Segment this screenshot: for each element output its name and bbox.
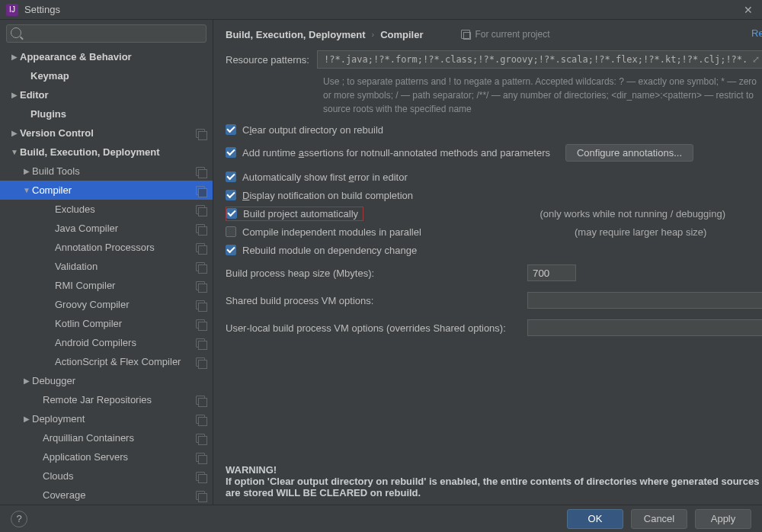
close-icon[interactable]: ✕ [741, 4, 756, 16]
tree-item[interactable]: Annotation Processors [0, 238, 213, 257]
tree-item-label: Arquillian Containers [43, 432, 191, 444]
per-project-icon [196, 415, 205, 424]
tree-item-label: Kotlin Compiler [55, 318, 191, 329]
display-notification-label[interactable]: Display notification on build completion [242, 190, 413, 201]
chevron-down-icon[interactable]: ▼ [21, 186, 32, 194]
tree-item[interactable]: RMI Compiler [0, 276, 213, 295]
warning-heading: WARNING! [226, 464, 762, 476]
search-icon [11, 27, 21, 38]
expand-icon[interactable]: ⤢ [750, 53, 762, 66]
tree-item[interactable]: ▶Version Control [0, 123, 213, 143]
settings-sidebar: ▶Appearance & BehaviorKeymap▶EditorPlugi… [0, 20, 213, 505]
resource-patterns-input[interactable] [317, 50, 762, 69]
ok-button[interactable]: OK [567, 509, 623, 529]
per-project-icon [196, 357, 205, 367]
tree-item[interactable]: Validation [0, 257, 213, 276]
build-automatically-highlight: Build project automatically [226, 207, 363, 221]
title-bar: IJ Settings ✕ [0, 0, 762, 20]
tree-item-label: Appearance & Behavior [20, 51, 205, 62]
tree-item[interactable]: Coverage [0, 486, 213, 505]
tree-item[interactable]: ▶Appearance & Behavior [0, 47, 213, 66]
settings-main: Build, Execution, Deployment › Compiler … [213, 20, 762, 505]
chevron-right-icon: › [371, 30, 374, 39]
resource-patterns-help: Use ; to separate patterns and ! to nega… [323, 75, 762, 116]
tree-item[interactable]: Android Compilers [0, 333, 213, 352]
per-project-icon [196, 319, 205, 328]
shared-vm-options-input[interactable] [527, 292, 762, 309]
heap-size-input[interactable] [527, 264, 576, 281]
tree-item[interactable]: ▶Deployment [0, 409, 213, 428]
search-input[interactable] [6, 24, 207, 43]
runtime-assertions-checkbox[interactable] [226, 147, 236, 158]
chevron-right-icon[interactable]: ▶ [21, 167, 32, 175]
tree-item-label: Excludes [55, 204, 191, 215]
tree-item[interactable]: Groovy Compiler [0, 295, 213, 314]
tree-item[interactable]: ActionScript & Flex Compiler [0, 352, 213, 371]
tree-item[interactable]: Keymap [0, 66, 213, 85]
per-project-icon [196, 205, 205, 214]
chevron-right-icon[interactable]: ▶ [9, 53, 20, 61]
tree-item-label: Android Compilers [55, 337, 191, 348]
warning-panel: WARNING! If option 'Clear output directo… [226, 457, 762, 498]
per-project-icon [196, 472, 205, 481]
rebuild-on-dependency-checkbox[interactable] [226, 245, 236, 255]
tree-item-label: ActionScript & Flex Compiler [55, 356, 191, 367]
tree-item[interactable]: Remote Jar Repositories [0, 390, 213, 409]
build-automatically-checkbox[interactable] [226, 208, 237, 219]
tree-item-label: Plugins [30, 108, 205, 120]
tree-item[interactable]: ▶Debugger [0, 371, 213, 390]
chevron-right-icon[interactable]: ▶ [21, 377, 32, 385]
tree-item[interactable]: Application Servers [0, 447, 213, 466]
compile-parallel-label[interactable]: Compile independent modules in parallel [242, 226, 421, 238]
show-first-error-checkbox[interactable] [226, 171, 236, 182]
per-project-icon [196, 453, 205, 462]
tree-item[interactable]: ▶Build Tools [0, 162, 213, 181]
per-project-icon [196, 338, 205, 348]
settings-tree[interactable]: ▶Appearance & BehaviorKeymap▶EditorPlugi… [0, 47, 213, 505]
per-project-icon [196, 186, 205, 195]
tree-item[interactable]: Kotlin Compiler [0, 314, 213, 333]
configure-annotations-button[interactable]: Configure annotations... [565, 144, 693, 162]
tree-item-label: Keymap [30, 70, 205, 82]
dialog-footer: ? OK Cancel Apply [0, 505, 762, 532]
tree-item[interactable]: Arquillian Containers [0, 428, 213, 447]
compile-parallel-note: (may require larger heap size) [575, 226, 762, 238]
apply-button[interactable]: Apply [695, 509, 751, 529]
display-notification-checkbox[interactable] [226, 190, 236, 200]
tree-item[interactable]: ▶Editor [0, 85, 213, 104]
chevron-right-icon[interactable]: ▶ [9, 129, 20, 137]
clear-output-label[interactable]: Clear output directory on rebuild [242, 124, 383, 136]
tree-item[interactable]: Java Compiler [0, 219, 213, 238]
tree-item-label: Clouds [43, 470, 191, 482]
tree-item[interactable]: Excludes [0, 200, 213, 219]
per-project-icon [196, 396, 205, 405]
tree-item-label: Validation [55, 261, 191, 272]
reset-link[interactable]: Reset [751, 27, 762, 39]
tree-item-label: Debugger [32, 375, 205, 386]
help-button[interactable]: ? [11, 511, 27, 527]
per-project-icon [196, 224, 205, 233]
runtime-assertions-label[interactable]: Add runtime assertions for notnull-annot… [242, 147, 550, 159]
breadcrumb-current: Compiler [380, 29, 423, 40]
tree-item[interactable]: Plugins [0, 104, 213, 123]
compile-parallel-checkbox[interactable] [226, 226, 236, 237]
tree-item-label: Remote Jar Repositories [43, 394, 191, 405]
cancel-button[interactable]: Cancel [631, 509, 687, 529]
chevron-down-icon[interactable]: ▼ [9, 148, 20, 156]
tree-item-label: Editor [20, 89, 205, 101]
tree-item[interactable]: ▼Compiler [0, 181, 213, 200]
local-vm-options-input[interactable] [527, 319, 762, 336]
app-icon: IJ [6, 4, 18, 16]
show-first-error-label[interactable]: Automatically show first error in editor [242, 171, 408, 183]
shared-vm-options-label: Shared build process VM options: [226, 295, 527, 306]
build-automatically-label[interactable]: Build project automatically [243, 208, 358, 220]
chevron-right-icon[interactable]: ▶ [21, 415, 32, 423]
tree-item[interactable]: ▼Build, Execution, Deployment [0, 143, 213, 162]
rebuild-on-dependency-label[interactable]: Rebuild module on dependency change [242, 245, 417, 256]
tree-item[interactable]: Clouds [0, 466, 213, 486]
per-project-icon [196, 129, 205, 138]
chevron-right-icon[interactable]: ▶ [9, 91, 20, 99]
clear-output-checkbox[interactable] [226, 124, 236, 135]
per-project-icon [196, 300, 205, 309]
breadcrumb-root[interactable]: Build, Execution, Deployment [226, 29, 365, 40]
